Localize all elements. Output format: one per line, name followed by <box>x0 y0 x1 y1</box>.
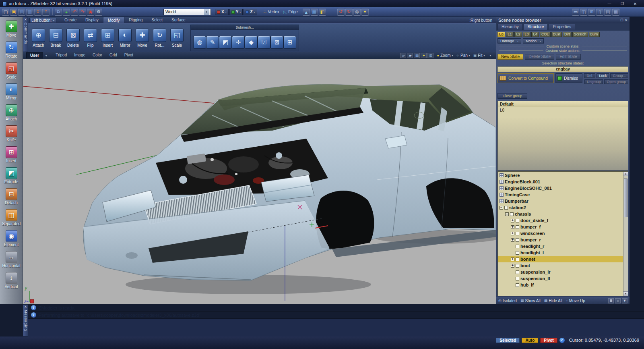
tree-row[interactable]: Bumperbar <box>498 198 623 204</box>
visibility-checkbox[interactable] <box>516 270 519 274</box>
tree-scrollbar[interactable]: ▲ ▼ <box>623 172 628 296</box>
undo-icon[interactable]: ↶ <box>71 8 78 16</box>
rotate-view-icon[interactable]: ↺ <box>337 8 345 16</box>
dock-icon[interactable]: ❐ <box>620 19 623 22</box>
layout-quad-icon[interactable]: ⊞ <box>588 8 595 16</box>
tree-row[interactable]: stalion2 <box>498 204 623 211</box>
open-group-button[interactable]: Open group <box>604 79 628 84</box>
rotate-tool[interactable]: ↻ Rotate <box>0 40 22 60</box>
visibility-checkbox[interactable] <box>516 264 519 268</box>
lock-button[interactable]: Lock <box>597 73 609 78</box>
submesh-cube-icon[interactable]: ◆ <box>245 36 258 49</box>
layout-wide-icon[interactable]: ▯ <box>596 8 603 16</box>
visibility-checkbox[interactable] <box>504 206 508 210</box>
visibility-checkbox[interactable] <box>516 277 519 280</box>
state-row[interactable]: L0 <box>498 107 628 113</box>
sort-icon[interactable]: ≡ <box>615 298 621 303</box>
commands-tab[interactable]: Create <box>60 17 81 23</box>
layer-button[interactable]: L1 <box>506 32 514 37</box>
list-view-icon[interactable]: ≣ <box>608 298 614 303</box>
tree-row[interactable]: EngineBlock.001 <box>498 179 623 185</box>
selected-badge[interactable]: Selected <box>496 338 520 343</box>
submesh-move-icon[interactable]: ✛ <box>232 36 245 49</box>
del-button[interactable]: Del. <box>584 73 595 78</box>
delete-state-button[interactable]: Delete State <box>525 54 554 60</box>
visibility-checkbox[interactable] <box>516 232 519 235</box>
new-state-button[interactable]: New State <box>497 54 523 60</box>
scene-panel-tab[interactable]: Properties <box>549 24 575 30</box>
fit-control[interactable]: ▣ Fit ▾ <box>472 53 486 58</box>
import-icon[interactable]: ↧ <box>34 8 41 16</box>
submesh-check-icon[interactable]: ☑ <box>258 36 270 49</box>
layer-button[interactable]: Dust <box>551 32 562 37</box>
copy-icon[interactable]: ⧉ <box>55 8 62 16</box>
visibility-checkbox[interactable] <box>516 245 519 248</box>
shade-toggle-icon[interactable]: ▰ <box>407 53 413 58</box>
vertex-mode-button[interactable]: ∴ Vertex <box>264 9 279 15</box>
mirror-button[interactable]: ◐ Mirror <box>116 25 134 51</box>
settings-icon[interactable]: ⚙ <box>95 8 102 16</box>
commands-tab[interactable]: Modify <box>103 17 124 23</box>
insert-tool[interactable]: ⊞ Insert <box>0 145 22 165</box>
move-tool[interactable]: ✚ Move <box>0 19 22 39</box>
isolated-button[interactable]: ◎ Isolated <box>498 299 517 303</box>
layer-button[interactable]: L4 <box>531 32 539 37</box>
maximize-button[interactable]: ❐ <box>616 0 629 7</box>
auto-badge[interactable]: Auto <box>522 338 538 343</box>
structure-states-list[interactable]: DefaultL0 <box>497 101 628 170</box>
close-icon[interactable]: ✕ <box>24 18 27 22</box>
chevron-down-icon[interactable]: ▾ <box>204 9 209 15</box>
light-icon[interactable]: ✦ <box>361 8 369 16</box>
tree-row[interactable]: bonnet <box>498 256 623 262</box>
material-icon[interactable]: ◧ <box>319 8 326 16</box>
visibility-checkbox[interactable] <box>516 238 519 242</box>
state-row[interactable]: Default <box>498 101 628 107</box>
minimize-button[interactable]: — <box>603 0 616 7</box>
visibility-checkbox[interactable] <box>510 212 514 216</box>
layer-button[interactable]: L0 <box>497 32 505 37</box>
polygon-mode-icon[interactable]: ▲ <box>303 8 310 16</box>
commands-tab[interactable]: Select <box>147 17 167 23</box>
axis-z-button[interactable]: Z ▾ <box>244 9 257 15</box>
open-folder-icon[interactable]: ▣ <box>10 8 17 16</box>
layer-button[interactable]: L2 <box>514 32 522 37</box>
tree-row[interactable]: windscreen <box>498 230 623 237</box>
submesh-grid-icon[interactable]: ⊞ <box>283 36 296 49</box>
tree-row[interactable]: suspension_lr <box>498 269 623 275</box>
scroll-down-icon[interactable]: ▼ <box>623 291 628 296</box>
axis-x-button[interactable]: X ▾ <box>215 9 229 15</box>
tree-row[interactable]: suspension_lf <box>498 275 623 282</box>
commands-tab[interactable]: Display <box>81 17 103 23</box>
break-button[interactable]: ⊟ Break <box>47 25 64 51</box>
edge-mode-button[interactable]: ◺ Edge <box>283 9 298 15</box>
new-file-icon[interactable]: ▢ <box>2 8 9 16</box>
flip-button[interactable]: ⇄ Flip <box>82 25 99 51</box>
scene-tree[interactable]: Sphere EngineBlock.001 EngineBlocSOHC_00… <box>498 172 623 296</box>
chevron-down-icon[interactable]: ▾ <box>488 54 493 57</box>
expand-toggle-icon[interactable] <box>511 225 514 229</box>
close-button[interactable]: ✕ <box>629 0 642 7</box>
scale-tool[interactable]: ◱ Scale <box>0 61 22 81</box>
visibility-checkbox[interactable] <box>516 251 519 255</box>
rotate-button[interactable]: ↻ Rot... <box>151 25 168 51</box>
light-toggle-icon[interactable]: ✦ <box>421 53 427 58</box>
submesh-header[interactable]: Submesh... <box>191 25 299 30</box>
pan-control[interactable]: ✚ Pan ▾ <box>455 53 471 58</box>
axis-y-button[interactable]: Y ▾ <box>229 9 243 15</box>
scene-panel-tab[interactable]: Hierarchy <box>497 24 523 30</box>
scene-panel-tab[interactable]: Structure <box>524 24 548 30</box>
tree-row[interactable]: chassis <box>498 211 623 217</box>
tree-row[interactable]: TimingCase <box>498 191 623 198</box>
delete-button[interactable]: ⊠ Delete <box>64 25 82 51</box>
expand-toggle-icon[interactable] <box>511 258 514 261</box>
attach-button[interactable]: ⊕ Attach <box>30 25 47 51</box>
tree-row[interactable]: EngineBlocSOHC_001 <box>498 185 623 191</box>
viewport-tab[interactable]: Tripod <box>52 52 70 58</box>
layer-button[interactable]: COL <box>540 32 551 37</box>
layer-button[interactable]: Scratch <box>572 32 588 37</box>
close-icon[interactable]: ✕ <box>24 305 27 309</box>
layer-button[interactable]: Dirt <box>563 32 572 37</box>
expand-toggle-icon[interactable] <box>511 219 514 222</box>
knife-tool[interactable]: ✂ Knife <box>0 124 22 144</box>
expand-toggle-icon[interactable] <box>511 238 514 242</box>
